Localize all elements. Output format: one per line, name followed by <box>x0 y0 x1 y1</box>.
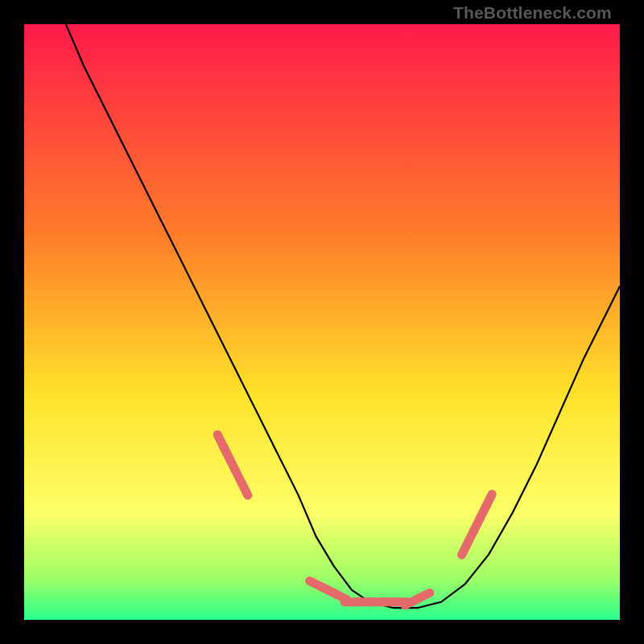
curve-marker <box>417 592 430 599</box>
watermark-text: TheBottleneck.com <box>453 3 612 23</box>
gradient-background <box>24 24 620 620</box>
curve-marker <box>485 494 492 507</box>
curve-marker <box>242 482 248 495</box>
chart-frame <box>24 24 620 620</box>
chart-plotarea <box>24 24 620 620</box>
